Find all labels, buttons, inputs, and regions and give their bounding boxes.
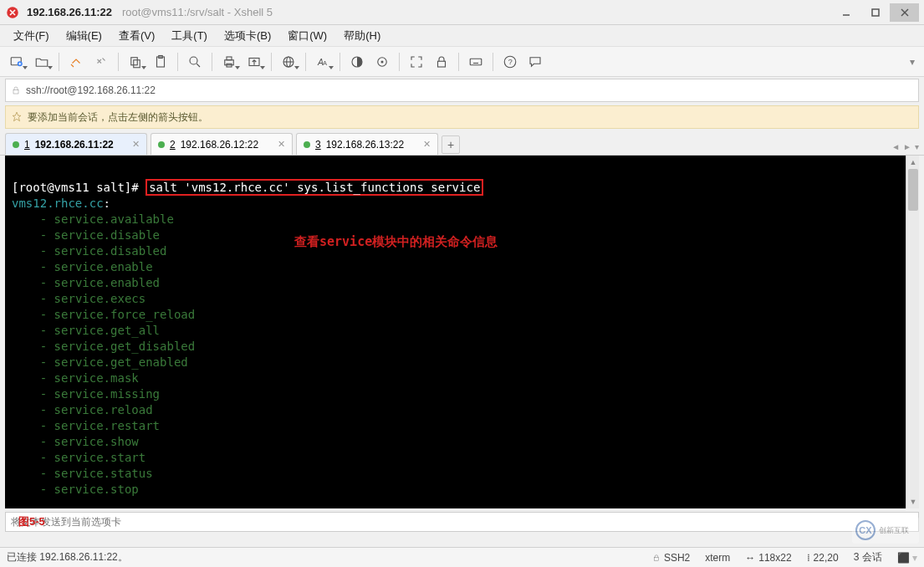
terminal[interactable]: [root@vms11 salt]# salt 'vms12.rhce.cc' … bbox=[5, 156, 919, 508]
font-icon[interactable]: AA bbox=[311, 50, 334, 74]
svg-rect-26 bbox=[470, 59, 482, 65]
menu-bar: 文件(F) 编辑(E) 查看(V) 工具(T) 选项卡(B) 窗口(W) 帮助(… bbox=[0, 25, 924, 47]
maximize-button[interactable] bbox=[860, 3, 890, 22]
address-text: ssh://root@192.168.26.11:22 bbox=[26, 84, 156, 96]
menu-view[interactable]: 查看(V) bbox=[112, 27, 161, 45]
highlight-icon[interactable] bbox=[370, 50, 394, 74]
status-dot-icon bbox=[304, 141, 310, 148]
minimize-button[interactable] bbox=[831, 3, 860, 22]
status-bar: 已连接 192.168.26.11:22。 SSH2 xterm ↔ 118x2… bbox=[0, 547, 924, 567]
chat-icon[interactable] bbox=[523, 50, 547, 74]
scroll-thumb[interactable] bbox=[908, 169, 918, 211]
tab-label: 192.168.26.12:22 bbox=[181, 139, 258, 151]
address-bar[interactable]: ssh://root@192.168.26.11:22 bbox=[5, 79, 919, 102]
menu-window[interactable]: 窗口(W) bbox=[281, 27, 334, 45]
add-tab-button[interactable]: + bbox=[442, 135, 460, 154]
menu-tabs[interactable]: 选项卡(B) bbox=[217, 27, 278, 45]
tab-num: 2 bbox=[170, 139, 176, 151]
info-bar: 要添加当前会话，点击左侧的箭头按钮。 bbox=[5, 105, 919, 129]
globe-icon[interactable] bbox=[277, 50, 300, 74]
compose-bar: 图5-5 bbox=[5, 510, 919, 534]
copy-icon[interactable] bbox=[124, 50, 147, 74]
fullscreen-icon[interactable] bbox=[405, 50, 428, 74]
function-item: - service.restart bbox=[12, 418, 912, 434]
session-tab-3[interactable]: 3 192.168.26.13:22 ✕ bbox=[296, 133, 438, 155]
toolbar-overflow-icon[interactable]: ▾ bbox=[906, 55, 919, 69]
svg-point-11 bbox=[190, 57, 197, 64]
function-item: - service.get_enabled bbox=[12, 355, 912, 370]
svg-rect-34 bbox=[654, 557, 658, 560]
pin-icon[interactable] bbox=[11, 111, 23, 123]
scroll-up-icon[interactable]: ▲ bbox=[906, 156, 920, 169]
function-item: - service.start bbox=[12, 450, 912, 466]
menu-help[interactable]: 帮助(H) bbox=[337, 27, 387, 45]
tab-close-icon[interactable]: ✕ bbox=[278, 139, 285, 150]
function-item: - service.reload bbox=[12, 402, 912, 418]
tab-num: 1 bbox=[24, 139, 30, 151]
svg-rect-13 bbox=[225, 59, 234, 64]
svg-point-24 bbox=[381, 60, 384, 63]
status-cap: ⬛ ▾ bbox=[897, 552, 917, 564]
window-host: 192.168.26.11:22 bbox=[27, 6, 112, 18]
session-tab-1[interactable]: 1 192.168.26.11:22 ✕ bbox=[5, 133, 147, 155]
svg-rect-33 bbox=[13, 90, 18, 94]
vertical-scrollbar[interactable]: ▲ ▼ bbox=[906, 156, 919, 508]
window-subtitle: root@vms11:/srv/salt - Xshell 5 bbox=[122, 6, 273, 18]
function-item: - service.available bbox=[12, 212, 912, 227]
address-lock-icon bbox=[11, 85, 21, 95]
transfer-icon[interactable] bbox=[242, 50, 266, 74]
menu-tools[interactable]: 工具(T) bbox=[165, 27, 214, 45]
session-tab-2[interactable]: 2 192.168.26.12:22 ✕ bbox=[151, 133, 293, 155]
compose-input[interactable] bbox=[5, 512, 919, 532]
tab-label: 192.168.26.13:22 bbox=[326, 139, 404, 151]
function-item: - service.mask bbox=[12, 370, 912, 386]
function-item: - service.enable bbox=[12, 259, 912, 275]
status-dot-icon bbox=[13, 141, 19, 148]
svg-rect-8 bbox=[134, 59, 140, 67]
svg-line-12 bbox=[197, 64, 200, 67]
svg-text:A: A bbox=[323, 59, 327, 66]
status-ssh: SSH2 bbox=[652, 552, 690, 564]
status-pos: ⁞ 22,20 bbox=[807, 552, 839, 564]
svg-rect-2 bbox=[872, 9, 879, 16]
menu-edit[interactable]: 编辑(E) bbox=[59, 27, 109, 45]
paste-icon[interactable] bbox=[149, 50, 172, 74]
help-icon[interactable]: ? bbox=[498, 50, 522, 74]
annotation-text: 查看service模块中的相关命令信息 bbox=[294, 234, 498, 250]
scroll-down-icon[interactable]: ▼ bbox=[906, 495, 920, 508]
status-size: ↔ 118x22 bbox=[745, 552, 791, 564]
print-icon[interactable] bbox=[217, 50, 241, 74]
keyboard-icon[interactable] bbox=[464, 50, 488, 74]
terminal-command: salt 'vms12.rhce.cc' sys.list_functions … bbox=[145, 179, 483, 196]
menu-file[interactable]: 文件(F) bbox=[7, 27, 56, 45]
status-connection: 已连接 192.168.26.11:22。 bbox=[7, 550, 128, 564]
lock-icon[interactable] bbox=[430, 50, 453, 74]
tab-scroll-arrows[interactable]: ◄►▾ bbox=[891, 142, 919, 151]
disconnect-icon[interactable] bbox=[89, 50, 113, 74]
new-session-icon[interactable] bbox=[5, 50, 28, 74]
figure-label: 图5-5 bbox=[18, 514, 45, 529]
color-scheme-icon[interactable] bbox=[345, 50, 369, 74]
function-item: - service.stop bbox=[12, 482, 912, 498]
watermark: CX 创新互联 bbox=[852, 517, 919, 544]
reconnect-icon[interactable] bbox=[64, 50, 88, 74]
tab-close-icon[interactable]: ✕ bbox=[132, 139, 140, 150]
function-item: - service.get_all bbox=[12, 323, 912, 339]
title-bar: 192.168.26.11:22 root@vms11:/srv/salt - … bbox=[0, 0, 924, 25]
svg-rect-7 bbox=[131, 57, 138, 64]
function-item: - service.force_reload bbox=[12, 307, 912, 323]
function-item: - service.enabled bbox=[12, 275, 912, 291]
tab-label: 192.168.26.11:22 bbox=[35, 139, 114, 151]
svg-rect-25 bbox=[438, 61, 446, 67]
toolbar: AA ? ▾ bbox=[0, 47, 924, 77]
function-item: - service.show bbox=[12, 434, 912, 450]
function-item: - service.execs bbox=[12, 291, 912, 307]
close-button[interactable] bbox=[890, 3, 919, 22]
app-icon bbox=[5, 5, 20, 20]
tab-close-icon[interactable]: ✕ bbox=[423, 139, 431, 150]
terminal-prompt: [root@vms11 salt]# bbox=[12, 181, 145, 194]
open-session-icon[interactable] bbox=[30, 50, 54, 74]
search-icon[interactable] bbox=[183, 50, 207, 74]
tab-bar: 1 192.168.26.11:22 ✕ 2 192.168.26.12:22 … bbox=[0, 132, 924, 156]
function-item: - service.status bbox=[12, 466, 912, 482]
